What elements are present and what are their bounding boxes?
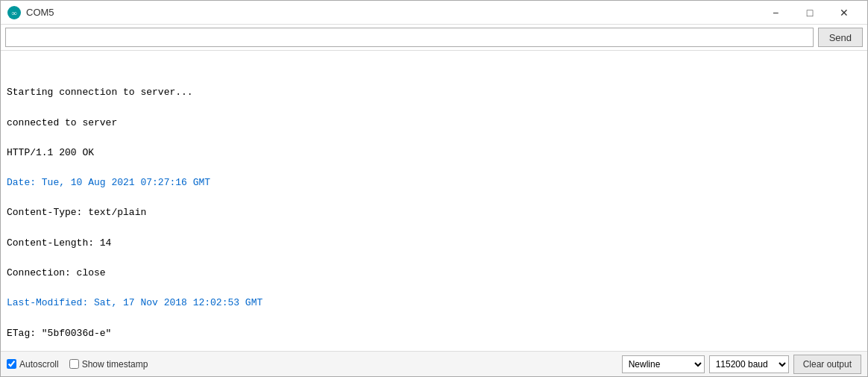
- input-bar: Send: [1, 25, 867, 51]
- serial-monitor-window: ∞ COM5 − □ ✕ Send Starting connection to…: [0, 0, 868, 377]
- status-bar-right: No line endingNewlineCarriage returnBoth…: [622, 355, 861, 374]
- status-bar: Autoscroll Show timestamp No line ending…: [1, 351, 867, 376]
- output-area[interactable]: Starting connection to server... connect…: [1, 51, 867, 351]
- autoscroll-label[interactable]: Autoscroll: [7, 359, 59, 370]
- autoscroll-checkbox[interactable]: [7, 359, 16, 369]
- arduino-icon: ∞: [7, 5, 22, 20]
- output-line: Content-Length: 14: [7, 236, 861, 251]
- close-button[interactable]: ✕: [827, 1, 861, 25]
- output-line: ETag: "5bf0036d-e": [7, 326, 861, 341]
- minimize-button[interactable]: −: [758, 1, 793, 25]
- autoscroll-text: Autoscroll: [19, 359, 59, 370]
- send-button[interactable]: Send: [818, 28, 863, 47]
- title-bar: ∞ COM5 − □ ✕: [1, 1, 867, 25]
- window-controls: − □ ✕: [758, 1, 861, 25]
- newline-select[interactable]: No line endingNewlineCarriage returnBoth…: [622, 355, 705, 373]
- output-line: Content-Type: text/plain: [7, 205, 861, 220]
- serial-input[interactable]: [5, 28, 814, 47]
- timestamp-label[interactable]: Show timestamp: [69, 359, 148, 370]
- output-line: HTTP/1.1 200 OK: [7, 146, 861, 161]
- maximize-button[interactable]: □: [793, 1, 827, 25]
- timestamp-text: Show timestamp: [82, 359, 148, 370]
- baud-select[interactable]: 300 baud1200 baud2400 baud4800 baud9600 …: [709, 355, 789, 373]
- clear-output-button[interactable]: Clear output: [793, 355, 861, 374]
- svg-text:∞: ∞: [11, 9, 16, 17]
- output-line: Date: Tue, 10 Aug 2021 07:27:16 GMT: [7, 175, 861, 190]
- window-title: COM5: [26, 7, 758, 18]
- output-line: Last-Modified: Sat, 17 Nov 2018 12:02:53…: [7, 296, 861, 311]
- output-line: Connection: close: [7, 266, 861, 281]
- timestamp-checkbox[interactable]: [69, 359, 79, 369]
- output-line: connected to server: [7, 116, 861, 131]
- output-line: Starting connection to server...: [7, 85, 861, 100]
